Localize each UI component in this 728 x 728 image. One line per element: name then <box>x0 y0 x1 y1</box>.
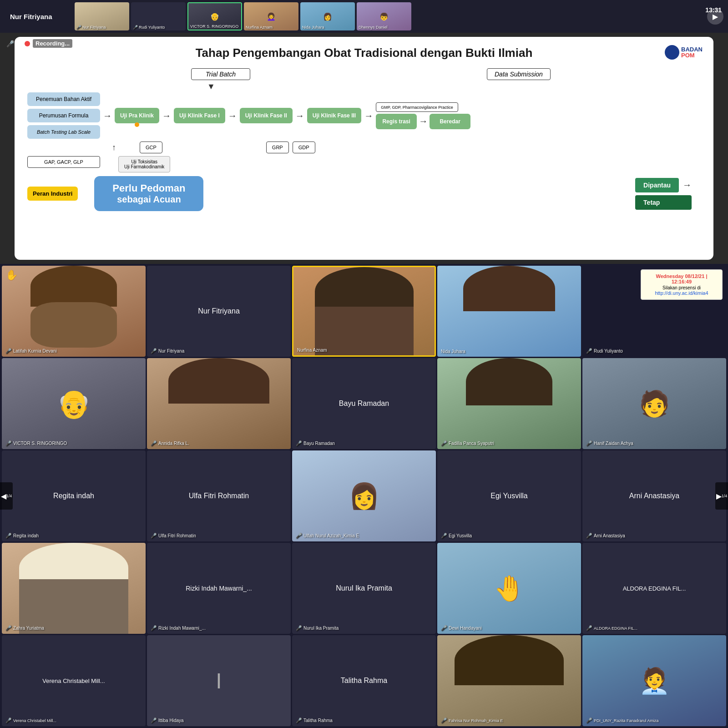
participant-ittiba: I 🎤 Ittiba Hidaya <box>147 635 291 726</box>
participant-dewi: 🤚 🎤 Dewi Handayani <box>437 543 581 634</box>
photo-zahra <box>2 543 146 634</box>
recording-badge: 🎤 ⚙ Recording... <box>6 39 72 48</box>
cell-name-ittiba: I <box>216 668 222 693</box>
cell-name-aldora: ALDORA EDGINA FIL... <box>623 585 686 592</box>
arrow-4: → <box>295 111 304 121</box>
cell-name-bayu: Bayu Ramadan <box>339 399 389 408</box>
uji-klinik-3-box: Uji Klinik Fase III <box>307 108 361 123</box>
grp-box: GRP <box>266 142 289 153</box>
gap-gacp-glp-box-2: GAP, GACP, GLP <box>27 156 100 168</box>
cell-name-rizki: Rizki Indah Mawarni_... <box>186 585 252 592</box>
thumb-victor[interactable]: 👴 VICTOR S. RINGORINGO <box>187 2 242 30</box>
thumb-dhennys[interactable]: 👦 Dhennys Daniel <box>357 2 411 30</box>
arrow-2: → <box>162 111 171 121</box>
penemuan-box: Penemuan Bahan Aktif <box>27 92 100 106</box>
cell-name-nurul: Nurul Ika Pramita <box>336 584 392 592</box>
photo-dewi: 🤚 <box>437 543 581 634</box>
cell-label-dewi: 🎤 Dewi Handayani <box>441 625 482 631</box>
participant-nida: Nida Juhara <box>437 266 581 357</box>
photo-ulfah: 👩 <box>292 450 436 541</box>
cell-label-nurul: 🎤 Nurul Ika Pramita <box>296 625 339 631</box>
badan-pom-logo: BADAN POM <box>665 45 703 60</box>
participant-regita: Regita indah 🎤 Regita indah <box>2 450 146 541</box>
cell-label-talitha: 🎤 Talitha Rahma <box>296 718 333 723</box>
participant-latifah: ✋ 🎤 Latifah Kurnia Devani <box>2 266 146 357</box>
participant-ulfah: 👩 🎤 Ulfah Nurul Azizah_Kimia E <box>292 450 436 541</box>
cell-label-verena: 🎤 Verena Christabel Mill... <box>5 718 56 723</box>
cell-label-ulfa: 🎤 Ulfa Fitri Rohmatin <box>151 533 196 539</box>
cell-name-nur-fitriyana: Nur Fitriyana <box>198 307 240 315</box>
thumb-name-5: Dhennys Daniel <box>359 25 388 30</box>
cell-label-fahrisa: 🎤 Fahrisa Nur Rohmah_Kimia E <box>441 718 503 723</box>
thumb-nur-fitriyana[interactable]: 👩 🎤 Nur Fitriyana <box>75 2 129 30</box>
uji-toksisitas-box: Uji Toksisitas Uji Farmakodinamik <box>118 156 170 172</box>
cell-label-bayu: 🎤 Bayu Ramadan <box>296 440 335 446</box>
presentation-note: Wednesday 08/12/21 | 12:16:49 Silakan pr… <box>641 269 723 300</box>
photo-fahrisa <box>437 635 581 726</box>
cell-name-egi: Egi Yusvilla <box>490 492 528 500</box>
peran-industri-box: Peran Industri <box>27 187 78 201</box>
gmp-box: GMP, GDP, Pharmacovigilance Practice <box>376 102 458 112</box>
cell-name-regita: Regita indah <box>53 492 94 500</box>
cell-label-aldora: 🎤 ALDORA EDGINA FIL... <box>586 625 637 631</box>
beredar-box: Beredar <box>430 114 470 129</box>
photo-fadilla <box>437 358 581 449</box>
thumb-rudi[interactable]: 🎤 Rudi Yuliyanto <box>131 2 186 30</box>
slide-title: Tahap Pengembangan Obat Tradisional deng… <box>27 46 701 60</box>
up-arrow: ↑ <box>112 143 116 152</box>
participant-rizki: Rizki Indah Mawarni_... 🎤 Rizki Indah Ma… <box>147 543 291 634</box>
dipantau-button: Dipantau <box>635 178 679 192</box>
participant-talitha: Talitha Rahma 🎤 Talitha Rahma <box>292 635 436 726</box>
badan-pom-circle-icon <box>665 45 679 60</box>
thumb-name-0: 🎤 Nur Fitriyana <box>76 25 106 30</box>
thumb-nida[interactable]: 👩 Nida Juhara <box>300 2 355 30</box>
cell-label-razita: 🎤 PDI_UNY_Razita Fanadrarul Amiza <box>586 718 659 723</box>
presentation-area: 🎤 ⚙ Recording... BADAN POM Tahap Pengemb… <box>0 33 728 264</box>
perlu-pedoman-box: Perlu Pedoman sebagai Acuan <box>94 176 203 211</box>
arrow-1: → <box>103 111 112 121</box>
photo-razita: 🧑‍💼 <box>582 635 726 726</box>
participant-hanif: 🧑 🎤 Hanif Zaidan Achya <box>582 358 726 449</box>
cell-label-nur-fitriyana: 🎤 Nur Fitriyana <box>151 348 184 354</box>
cell-label-rudi: 🎤 Rudi Yuliyanto <box>586 348 623 354</box>
regis-trasi-box: Regis trasi <box>376 114 417 129</box>
cell-label-regita: 🎤 Regita indah <box>5 533 39 539</box>
gdp-label-box: GDP <box>293 142 315 153</box>
participant-zahra: 🎤 Zahra Yuriatma <box>2 543 146 634</box>
participant-nur-fitriyana-grid: Nur Fitriyana 🎤 Nur Fitriyana <box>147 266 291 357</box>
participant-bayu: Bayu Ramadan 🎤 Bayu Ramadan <box>292 358 436 449</box>
photo-nida <box>437 266 581 357</box>
participant-victor-grid: 👴 🎤 VICTOR S. RINGORINGO <box>2 358 146 449</box>
cell-name-ulfa: Ulfa Fitri Rohmatin <box>189 492 249 500</box>
cell-label-egi: 🎤 Egi Yusvilla <box>441 533 472 539</box>
cell-label-ulfah: 🎤 Ulfah Nurul Azizah_Kimia E <box>296 533 359 539</box>
photo-victor: 👴 <box>2 358 146 449</box>
participant-nurul: Nurul Ika Pramita 🎤 Nurul Ika Pramita <box>292 543 436 634</box>
participant-nurfina: Nurfina Aznam <box>292 266 436 357</box>
uji-pra-klinik-box: Uji Pra Klinik <box>115 108 159 123</box>
presentation-slide: BADAN POM Tahap Pengembangan Obat Tradis… <box>15 37 713 260</box>
participants-grid: ◀1/4 ▶1/4 ✋ 🎤 Latifah Kurnia Devani Nur … <box>0 264 728 728</box>
data-submission-label: Data Submission <box>487 68 551 80</box>
photo-hanif: 🧑 <box>582 358 726 449</box>
cell-name-verena: Verena Christabel Mill... <box>42 677 105 684</box>
photo-nurfina <box>293 267 435 355</box>
grid-prev-button[interactable]: ◀1/4 <box>0 482 13 510</box>
gcp-box: GCP <box>140 142 162 153</box>
cell-label-ittiba: 🎤 Ittiba Hidaya <box>151 718 184 723</box>
cell-label-victor: 🎤 VICTOR S. RINGORINGO <box>5 440 67 446</box>
grid-next-button[interactable]: ▶1/4 <box>715 482 728 510</box>
thumb-nurfina[interactable]: 👩‍🦱 Nurfina Aznam <box>244 2 298 30</box>
cell-label-fadilla: 🎤 Fadilla Panca Syaputri <box>441 440 494 446</box>
arrow-6: → <box>419 116 428 126</box>
cell-name-arni: Arni Anastasiya <box>629 492 679 500</box>
cell-label-nida: Nida Juhara <box>441 349 465 354</box>
arrow-3: → <box>228 111 237 121</box>
time-display: 13:31 <box>705 6 722 14</box>
participant-fahrisa: 🎤 Fahrisa Nur Rohmah_Kimia E <box>437 635 581 726</box>
cell-label-hanif: 🎤 Hanif Zaidan Achya <box>586 440 633 446</box>
recording-dot <box>25 41 30 46</box>
participant-verena: Verena Christabel Mill... 🎤 Verena Chris… <box>2 635 146 726</box>
thumb-name-4: Nida Juhara <box>302 25 324 30</box>
arrow-5: → <box>364 111 373 121</box>
